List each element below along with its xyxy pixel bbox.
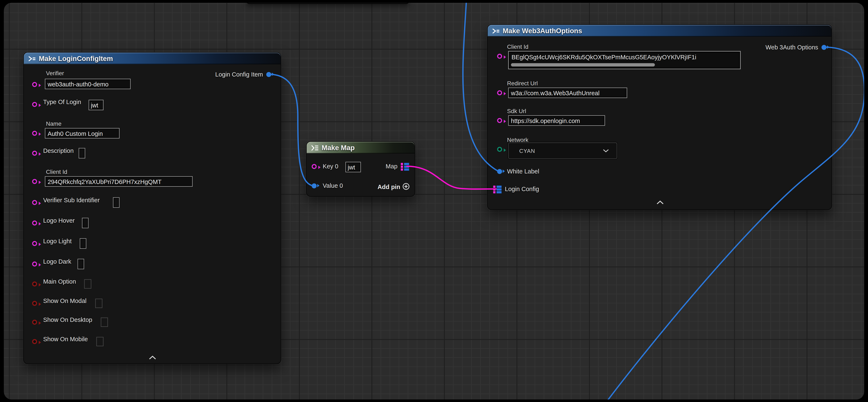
make-struct-icon (492, 27, 499, 34)
output-label-login-config-item: Login Config Item (215, 71, 263, 78)
key-0-input[interactable] (345, 162, 361, 172)
pin-sdk-url[interactable] (497, 118, 502, 123)
collapse-chevron-icon[interactable] (656, 201, 663, 204)
label-value-0: Value 0 (323, 182, 343, 190)
label-show-on-modal: Show On Modal (43, 297, 87, 305)
label-verifier-sub-identifier: Verifier Sub Identifier (43, 197, 100, 204)
label-show-on-mobile: Show On Mobile (43, 336, 88, 343)
collapse-chevron-icon[interactable] (149, 356, 156, 360)
description-input[interactable] (79, 148, 85, 159)
type-of-login-input[interactable] (89, 100, 103, 110)
pin-client-id[interactable] (497, 54, 502, 59)
pin-client-id[interactable] (32, 179, 37, 184)
pin-output-map[interactable] (401, 163, 409, 171)
graph-world: Make LoginConfigItem Login Config Item V… (4, 3, 864, 400)
label-main-option: Main Option (43, 278, 76, 285)
label-verifier: Verifier (46, 70, 64, 77)
node-make-login-config-item[interactable]: Make LoginConfigItem Login Config Item V… (23, 52, 281, 364)
logo-hover-input[interactable] (82, 218, 89, 228)
pin-type-of-login[interactable] (32, 102, 37, 107)
pin-white-label[interactable] (497, 169, 502, 174)
verifier-sub-identifier-input[interactable] (113, 197, 120, 208)
offscreen-node-edge[interactable] (246, 3, 409, 4)
label-white-label: White Label (507, 168, 539, 175)
node-title: Make Map (321, 144, 354, 151)
label-redirect-url: Redirect Url (507, 80, 538, 86)
label-sdk-url: Sdk Url (507, 108, 526, 114)
pin-verifier-sub-identifier[interactable] (32, 200, 37, 205)
make-map-icon (310, 144, 318, 151)
pin-logo-hover[interactable] (32, 221, 37, 226)
logo-dark-input[interactable] (78, 259, 84, 269)
pin-verifier[interactable] (32, 82, 37, 87)
wire-map-to-login-config (407, 166, 496, 189)
client-id-input[interactable]: BEglQSgt4cUWcj6SKRdu5QkOXTsePmMcusG5EAoy… (508, 51, 741, 69)
label-client-id: Client Id (46, 168, 67, 175)
node-title: Make Web3AuthOptions (503, 27, 582, 35)
show-on-modal-checkbox[interactable] (95, 298, 102, 308)
network-selected-value: CYAN (509, 148, 535, 154)
label-network: Network (507, 136, 528, 143)
graph-canvas[interactable]: Make LoginConfigItem Login Config Item V… (4, 3, 864, 400)
label-name: Name (46, 120, 62, 127)
pin-name[interactable] (32, 131, 37, 136)
show-on-mobile-checkbox[interactable] (96, 337, 103, 346)
label-description: Description (43, 147, 74, 154)
pin-key-0[interactable] (312, 164, 317, 169)
pin-show-on-modal[interactable] (32, 301, 37, 306)
label-key-0: Key 0 (323, 163, 338, 170)
label-client-id: Client Id (507, 43, 529, 50)
logo-light-input[interactable] (80, 238, 86, 249)
pin-output-web3auth-options[interactable] (822, 45, 827, 50)
label-logo-dark: Logo Dark (43, 258, 71, 265)
pin-network[interactable] (497, 147, 502, 152)
make-struct-icon (28, 55, 35, 62)
pin-show-on-desktop[interactable] (32, 320, 37, 325)
pin-logo-dark[interactable] (32, 262, 37, 267)
node-header-make-map[interactable]: Make Map (307, 142, 415, 153)
sdk-url-input[interactable] (508, 115, 605, 126)
node-make-map[interactable]: Make Map Key 0 Map Value 0 Add pin (306, 141, 415, 197)
pin-redirect-url[interactable] (497, 90, 502, 95)
client-id-input[interactable] (45, 176, 193, 187)
pin-main-option[interactable] (32, 282, 37, 287)
pin-value-0[interactable] (312, 183, 317, 189)
client-id-scrollbar[interactable] (511, 63, 655, 66)
add-pin-label: Add pin (377, 183, 400, 190)
main-option-checkbox[interactable] (84, 279, 91, 289)
add-pin-button[interactable]: Add pin (377, 183, 410, 190)
pin-login-config[interactable] (493, 185, 502, 194)
output-label-web3auth-options: Web 3Auth Options (766, 44, 818, 51)
label-login-config: Login Config (505, 185, 539, 193)
label-logo-light: Logo Light (43, 238, 72, 245)
name-input[interactable] (45, 128, 120, 139)
label-type-of-login: Type Of Login (43, 98, 81, 106)
node-title: Make LoginConfigItem (39, 55, 113, 62)
pin-show-on-mobile[interactable] (32, 339, 37, 344)
chevron-down-icon (603, 149, 609, 152)
redirect-url-input[interactable] (508, 87, 627, 98)
show-on-desktop-checkbox[interactable] (101, 317, 108, 327)
add-pin-plus-icon (402, 183, 410, 190)
node-header-make-web3auth-options[interactable]: Make Web3AuthOptions (488, 25, 832, 36)
pin-output-login-config-item[interactable] (267, 72, 271, 77)
pin-description[interactable] (32, 151, 37, 156)
pin-logo-light[interactable] (32, 241, 37, 246)
label-show-on-desktop: Show On Desktop (43, 316, 92, 323)
blueprint-editor: Make LoginConfigItem Login Config Item V… (0, 0, 868, 402)
node-make-web3auth-options[interactable]: Make Web3AuthOptions Client Id BEglQSgt4… (487, 24, 832, 210)
node-header-make-login-config-item[interactable]: Make LoginConfigItem (24, 53, 281, 64)
network-dropdown[interactable]: CYAN (508, 142, 617, 159)
verifier-input[interactable] (45, 79, 130, 89)
client-id-value: BEglQSgt4cUWcj6SKRdu5QkOXTsePmMcusG5EAoy… (512, 54, 696, 61)
output-label-map: Map (386, 163, 398, 170)
label-logo-hover: Logo Hover (43, 217, 75, 224)
